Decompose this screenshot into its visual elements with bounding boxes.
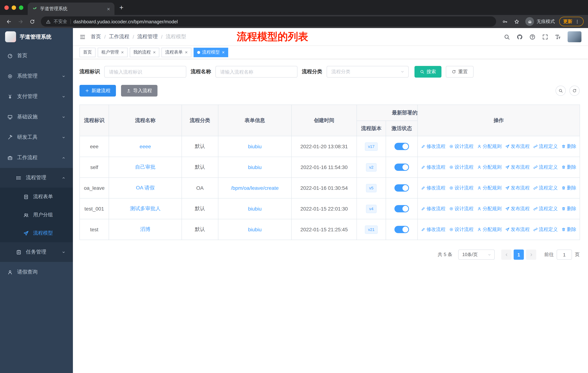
action-delete[interactable]: 删除 — [561, 226, 576, 233]
sidebar-item-process-form[interactable]: 流程表单 — [0, 188, 73, 206]
bookmark-button[interactable] — [512, 17, 521, 26]
action-assign-rule[interactable]: 分配规则 — [477, 185, 502, 191]
action-design[interactable]: 设计流程 — [449, 185, 473, 191]
breadcrumb-item-workflow[interactable]: 工作流程 — [109, 33, 129, 40]
address-bar[interactable]: 不安全 dashboard.yudao.iocoder.cn/bpm/manag… — [41, 16, 496, 27]
fullscreen-icon[interactable] — [542, 34, 548, 40]
create-process-button[interactable]: 新建流程 — [79, 85, 116, 97]
sidebar-item-process-mgmt[interactable]: 流程管理 — [0, 168, 73, 188]
tag-tenant[interactable]: 租户管理× — [98, 48, 127, 57]
process-name-link[interactable]: 滔博 — [140, 226, 150, 232]
help-icon[interactable] — [529, 34, 536, 40]
action-definition[interactable]: 流程定义 — [533, 205, 558, 212]
process-id-input[interactable] — [104, 66, 186, 78]
font-size-icon[interactable] — [555, 34, 561, 40]
process-name-link[interactable]: eeee — [140, 143, 151, 149]
active-toggle[interactable] — [394, 226, 409, 233]
action-publish[interactable]: 发布流程 — [505, 185, 530, 191]
new-tab-button[interactable]: + — [116, 2, 127, 13]
action-definition[interactable]: 流程定义 — [533, 226, 558, 233]
password-manager-button[interactable] — [501, 17, 509, 26]
sidebar-item-infrastructure[interactable]: 基础设施 — [0, 107, 73, 127]
page-size-select[interactable]: 10条/页 — [458, 250, 495, 260]
tag-my-process[interactable]: 我的流程× — [130, 48, 159, 57]
action-publish[interactable]: 发布流程 — [505, 164, 530, 171]
sidebar-item-home[interactable]: 首页 — [0, 46, 73, 66]
action-definition[interactable]: 流程定义 — [533, 143, 558, 150]
sidebar-item-system[interactable]: 系统管理 — [0, 66, 73, 86]
sidebar-item-process-model[interactable]: 流程模型 — [0, 224, 73, 242]
import-process-button[interactable]: 导入流程 — [121, 85, 158, 97]
form-info-link[interactable]: /bpm/oa/leave/create — [231, 185, 279, 191]
next-page-button[interactable] — [526, 250, 536, 260]
category-select[interactable]: 流程分类 — [327, 66, 409, 78]
action-assign-rule[interactable]: 分配规则 — [477, 164, 502, 171]
active-toggle[interactable] — [394, 184, 409, 192]
window-zoom-button[interactable] — [19, 5, 23, 10]
action-modify[interactable]: 修改流程 — [421, 143, 445, 150]
goto-page-input[interactable] — [557, 250, 572, 260]
process-name-link[interactable]: 自己审批 — [135, 164, 156, 170]
browser-tab[interactable]: 芋道管理系统 × — [28, 2, 115, 15]
window-minimize-button[interactable] — [12, 5, 16, 10]
active-toggle[interactable] — [394, 163, 409, 171]
tag-close-icon[interactable]: × — [121, 50, 124, 55]
action-assign-rule[interactable]: 分配规则 — [477, 226, 502, 233]
breadcrumb-item-process-mgmt[interactable]: 流程管理 — [137, 33, 158, 40]
sidebar-item-leave-query[interactable]: 请假查询 — [0, 262, 73, 282]
sidebar-item-workflow[interactable]: 工作流程 — [0, 148, 73, 168]
reload-button[interactable] — [28, 17, 36, 26]
action-modify[interactable]: 修改流程 — [421, 164, 445, 171]
action-publish[interactable]: 发布流程 — [505, 205, 530, 212]
sidebar-item-task-mgmt[interactable]: 任务管理 — [0, 242, 73, 262]
sidebar-item-user-group[interactable]: 用户分组 — [0, 206, 73, 224]
action-delete[interactable]: 删除 — [561, 185, 576, 191]
action-modify[interactable]: 修改流程 — [421, 185, 445, 191]
back-button[interactable] — [4, 17, 13, 26]
form-info-link[interactable]: biubiu — [248, 164, 262, 170]
action-assign-rule[interactable]: 分配规则 — [477, 205, 502, 212]
action-design[interactable]: 设计流程 — [449, 164, 473, 171]
prev-page-button[interactable] — [501, 250, 511, 260]
browser-update-button[interactable]: 更新 — [559, 17, 584, 26]
window-close-button[interactable] — [4, 5, 9, 10]
action-delete[interactable]: 删除 — [561, 143, 576, 150]
action-design[interactable]: 设计流程 — [449, 143, 473, 150]
action-definition[interactable]: 流程定义 — [533, 164, 558, 171]
form-info-link[interactable]: biubiu — [248, 227, 262, 232]
collapse-sidebar-icon[interactable] — [79, 34, 86, 40]
forward-button[interactable] — [16, 17, 25, 26]
action-assign-rule[interactable]: 分配规则 — [477, 143, 502, 150]
active-toggle[interactable] — [394, 205, 409, 212]
process-name-input[interactable] — [215, 66, 297, 78]
action-publish[interactable]: 发布流程 — [505, 143, 530, 150]
refresh-table-button[interactable] — [569, 86, 580, 96]
form-info-link[interactable]: biubiu — [248, 143, 262, 149]
tag-close-icon[interactable]: × — [153, 50, 156, 55]
breadcrumb-item-home[interactable]: 首页 — [91, 33, 101, 40]
tag-home[interactable]: 首页 — [79, 48, 95, 57]
active-toggle[interactable] — [394, 143, 409, 150]
action-definition[interactable]: 流程定义 — [533, 185, 558, 191]
process-name-link[interactable]: 测试多审批人 — [130, 205, 161, 211]
tag-close-icon[interactable]: × — [185, 50, 188, 55]
action-modify[interactable]: 修改流程 — [421, 205, 445, 212]
action-delete[interactable]: 删除 — [561, 164, 576, 171]
tag-process-form[interactable]: 流程表单× — [161, 48, 191, 57]
tab-close-icon[interactable]: × — [107, 6, 110, 12]
action-design[interactable]: 设计流程 — [449, 226, 473, 233]
github-icon[interactable] — [516, 34, 523, 40]
page-number-current[interactable]: 1 — [514, 250, 524, 260]
reset-button[interactable]: 重置 — [446, 66, 473, 78]
sidebar-item-payment[interactable]: 支付管理 — [0, 86, 73, 107]
browser-menu-icon[interactable] — [575, 19, 580, 24]
search-icon[interactable] — [504, 34, 510, 40]
action-delete[interactable]: 删除 — [561, 205, 576, 212]
tag-close-icon[interactable]: × — [222, 50, 225, 55]
app-logo-row[interactable]: 芋道管理系统 — [0, 28, 73, 46]
tag-process-model[interactable]: 流程模型× — [194, 48, 228, 57]
action-design[interactable]: 设计流程 — [449, 205, 473, 212]
form-info-link[interactable]: biubiu — [248, 206, 262, 212]
search-button[interactable]: 搜索 — [414, 66, 441, 78]
process-name-link[interactable]: OA 请假 — [136, 185, 155, 191]
